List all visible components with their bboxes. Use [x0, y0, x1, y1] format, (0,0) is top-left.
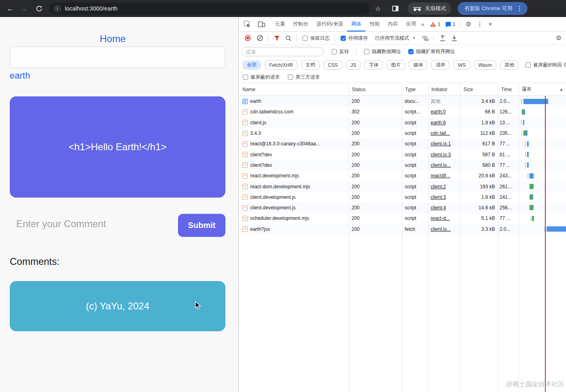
waterfall-cell[interactable]	[519, 224, 566, 234]
tab-网络[interactable]: 网络	[347, 17, 365, 32]
chip-其他[interactable]: 其他	[500, 60, 519, 70]
bookmark-star-icon[interactable]: ☆	[375, 5, 381, 13]
column-header-status[interactable]: Status	[349, 87, 402, 92]
table-row[interactable]: ‹›react@18.3.0-canary-c3048aa...200scrip…	[239, 138, 566, 149]
submit-button[interactable]: Submit	[178, 214, 225, 237]
column-header-type[interactable]: Type	[402, 87, 428, 92]
table-row[interactable]: ‹›3.4.3200scriptcdn.tail...112 kB235...	[239, 128, 566, 138]
column-header-time[interactable]: Time	[498, 87, 519, 92]
table-row[interactable]: ‹›scheduler.development.mjs200scriptreac…	[239, 213, 566, 224]
network-filter-input[interactable]	[242, 47, 324, 56]
column-divider[interactable]	[519, 83, 519, 392]
column-header-initiator[interactable]: Initiator	[428, 87, 460, 92]
table-row[interactable]: ‹›react.development.mjs200scriptreact@..…	[239, 170, 566, 181]
network-settings-icon[interactable]: ⚙	[556, 35, 562, 41]
browser-menu-icon[interactable]: ⋮	[516, 5, 523, 12]
clear-network-log-icon[interactable]	[257, 35, 263, 41]
waterfall-cell[interactable]	[519, 160, 566, 170]
search-icon[interactable]	[285, 35, 292, 41]
issues-badge[interactable]: 1	[446, 21, 456, 27]
initiator-link[interactable]: react-d...	[431, 215, 450, 221]
initiator-link[interactable]: client:3	[431, 194, 446, 200]
devtools-close-icon[interactable]: ×	[489, 20, 493, 28]
column-header-name[interactable]: Name	[239, 87, 349, 92]
waterfall-cell[interactable]	[519, 202, 566, 213]
forward-icon[interactable]: →	[20, 5, 28, 12]
waterfall-cell[interactable]	[519, 107, 566, 117]
chip-CSS[interactable]: CSS	[324, 60, 343, 70]
initiator-link[interactable]: cdn.tail...	[431, 130, 450, 136]
export-har-icon[interactable]	[440, 35, 446, 41]
throttling-select[interactable]: 已停用节流模式 ▼	[375, 35, 416, 42]
devtools-settings-icon[interactable]: ⚙	[465, 21, 471, 28]
side-panel-icon[interactable]	[392, 6, 399, 11]
column-divider[interactable]	[402, 83, 402, 392]
waterfall-cell[interactable]	[519, 96, 566, 107]
disable-cache-checkbox[interactable]: 停用缓存	[341, 35, 368, 42]
table-row[interactable]: ‹›react-dom.development.mjs200scriptclie…	[239, 181, 566, 192]
inspect-element-icon[interactable]	[244, 21, 251, 28]
initiator-link[interactable]: react@...	[431, 173, 450, 179]
record-network-log-icon[interactable]	[244, 35, 251, 41]
table-row[interactable]: ‹›client?dev200scriptclient.js:3597 B81 …	[239, 149, 566, 160]
chip-字体[interactable]: 字体	[364, 60, 383, 70]
initiator-link[interactable]: earth:0	[431, 109, 446, 115]
warnings-badge[interactable]: 1	[430, 21, 441, 27]
column-divider[interactable]	[349, 83, 349, 392]
initiator-link[interactable]: client.js:3	[431, 152, 451, 158]
tab-性能[interactable]: 性能	[365, 17, 384, 32]
chip-媒体[interactable]: 媒体	[409, 60, 427, 70]
waterfall-cell[interactable]	[519, 138, 566, 149]
initiator-link[interactable]: earth:8	[431, 120, 446, 126]
table-row[interactable]: ‹›earth?jsx200fetchclient.js...3.3 kB2.0…	[239, 224, 566, 234]
third-party-checkbox[interactable]: 第三方请求	[288, 74, 320, 81]
network-conditions-icon[interactable]	[421, 35, 429, 41]
tab-源代码/来源[interactable]: 源代码/来源	[313, 17, 347, 32]
chip-文档[interactable]: 文档	[301, 60, 320, 70]
chip-JS[interactable]: JS	[346, 60, 360, 70]
filter-icon[interactable]	[274, 36, 280, 41]
site-info-icon[interactable]: i	[54, 5, 61, 12]
column-divider[interactable]	[498, 83, 498, 392]
chip-清单[interactable]: 清单	[431, 60, 450, 70]
more-tabs-icon[interactable]: »	[421, 21, 424, 28]
initiator-link[interactable]: client:2	[431, 184, 446, 190]
waterfall-cell[interactable]	[519, 128, 566, 138]
tab-应用[interactable]: 应用	[402, 17, 420, 32]
waterfall-cell[interactable]	[519, 181, 566, 192]
column-header-waterfall[interactable]: 瀑布 ▲	[519, 86, 566, 93]
blocked-requests-checkbox[interactable]: 被屏蔽的请求	[243, 74, 280, 81]
chip-全部[interactable]: 全部	[242, 60, 261, 70]
hide-extension-urls-checkbox[interactable]: 隐藏扩展程序网址	[408, 48, 455, 55]
url-bar[interactable]: i localhost:3000/earth	[49, 3, 369, 15]
chrome-update-button[interactable]: 有新版 Chrome 可用 ⋮	[458, 2, 527, 15]
chip-WS[interactable]: WS	[453, 60, 470, 70]
earth-route-link[interactable]: earth	[10, 70, 30, 81]
back-icon[interactable]: ←	[6, 5, 14, 12]
home-link[interactable]: Home	[0, 33, 225, 45]
comment-input[interactable]	[16, 214, 170, 234]
chip-Fetch/XHR[interactable]: Fetch/XHR	[265, 60, 298, 70]
waterfall-cell[interactable]	[519, 213, 566, 224]
table-row[interactable]: ‹›client.development.js200scriptclient:3…	[239, 192, 566, 202]
initiator-link[interactable]: client.js...	[431, 226, 451, 232]
hide-data-urls-checkbox[interactable]: 隐藏数据网址	[364, 48, 401, 55]
chip-图片[interactable]: 图片	[386, 60, 405, 70]
table-row[interactable]: ‹›cdn.tailwindcss.com302script...earth:0…	[239, 107, 566, 117]
table-row[interactable]: ‹›client?dev200scriptclient.js...580 B77…	[239, 160, 566, 170]
waterfall-cell[interactable]	[519, 117, 566, 128]
blocked-cookies-checkbox[interactable]: 被屏蔽的响应 Cookie	[525, 62, 566, 68]
invert-filter-checkbox[interactable]: 反转	[332, 48, 349, 55]
table-row[interactable]: earth200docu...其他3.4 kB2.0...	[239, 96, 566, 107]
tab-控制台[interactable]: 控制台	[289, 17, 313, 32]
refresh-icon[interactable]	[36, 5, 43, 12]
tab-内存[interactable]: 内存	[384, 17, 402, 32]
waterfall-cell[interactable]	[519, 192, 566, 202]
table-row[interactable]: ‹›client.development.js200scriptclient:4…	[239, 202, 566, 213]
tab-元素[interactable]: 元素	[271, 17, 289, 32]
devtools-menu-icon[interactable]: ⋮	[477, 21, 483, 28]
waterfall-cell[interactable]	[519, 149, 566, 160]
initiator-link[interactable]: client:4	[431, 205, 446, 211]
top-input[interactable]	[10, 47, 225, 68]
import-har-icon[interactable]	[451, 35, 457, 41]
